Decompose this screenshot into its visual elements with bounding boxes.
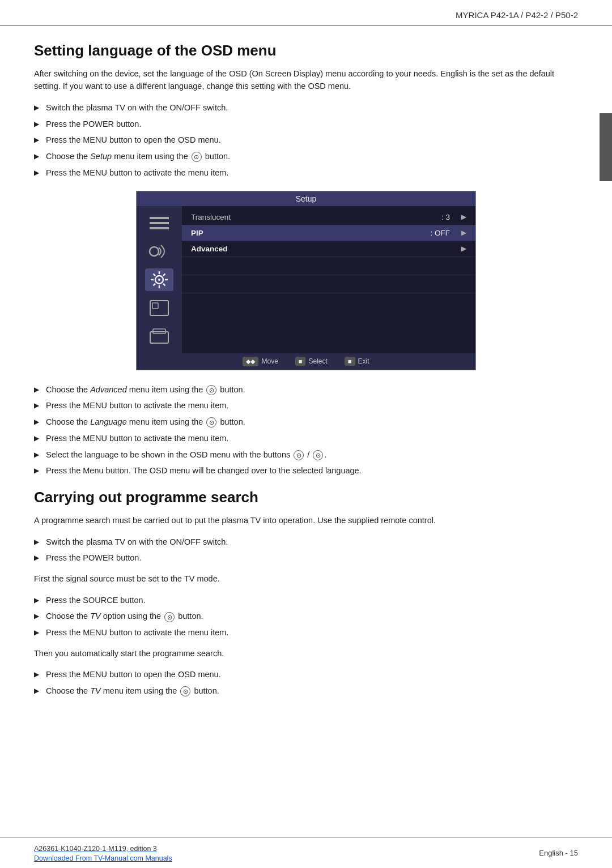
list-item: ▶ Choose the Setup menu item using the ⊙… <box>34 151 578 163</box>
bullet-arrow-icon: ▶ <box>34 417 39 427</box>
bullet-text: Press the Menu button. The OSD menu will… <box>46 465 578 477</box>
list-item: ▶ Select the language to be shown in the… <box>34 449 578 461</box>
list-item: ▶ Choose the Language menu item using th… <box>34 416 578 429</box>
osd-row-empty1 <box>182 257 475 275</box>
move-label: Move <box>261 357 278 365</box>
section2-bullet-list-1: ▶ Switch the plasma TV on with the ON/OF… <box>34 536 578 565</box>
bullet-arrow-icon: ▶ <box>34 151 39 161</box>
section1-intro: After switching on the device, set the l… <box>34 67 578 93</box>
list-item: ▶ Choose the TV option using the ⊙ butto… <box>34 610 578 623</box>
bullet-arrow-icon: ▶ <box>34 168 39 178</box>
bullet-text: Press the MENU button to activate the me… <box>46 167 578 179</box>
page-container: MYRICA P42-1A / P42-2 / P50-2 Setting la… <box>0 0 612 868</box>
bullet-arrow-icon: ▶ <box>34 102 39 113</box>
svg-rect-15 <box>152 303 158 309</box>
list-item: ▶ Press the MENU button to activate the … <box>34 400 578 412</box>
svg-point-5 <box>158 279 160 281</box>
osd-header-bar: Setup <box>137 191 475 206</box>
list-item: ▶ Press the POWER button. <box>34 552 578 565</box>
bullet-text: Press the MENU button to activate the me… <box>46 400 578 412</box>
osd-row-label: PIP <box>191 229 431 237</box>
osd-sidebar <box>137 206 182 353</box>
osd-body: Translucent : 3 ▶ PIP : OFF ▶ Advanced ▶ <box>137 206 475 353</box>
exit-btn-icon: ■ <box>345 357 355 366</box>
list-item: ▶ Switch the plasma TV on with the ON/OF… <box>34 536 578 549</box>
footer-left-text: A26361-K1040-Z120-1-M119, edition 3 Down… <box>34 845 172 862</box>
bullet-arrow-icon: ▶ <box>34 400 39 411</box>
bullet-arrow-icon: ▶ <box>34 433 39 443</box>
osd-row-empty2 <box>182 275 475 293</box>
bullet-arrow-icon: ▶ <box>34 537 39 547</box>
svg-rect-0 <box>150 217 169 219</box>
bullet-arrow-icon: ▶ <box>34 384 39 395</box>
bullet-text: Press the SOURCE button. <box>46 595 578 607</box>
bullet-text: Press the POWER button. <box>46 118 578 131</box>
bullet-arrow-icon: ▶ <box>34 553 39 563</box>
footer-link[interactable]: Downloaded From TV-Manual.com Manuals <box>34 854 172 862</box>
bullet-arrow-icon: ▶ <box>34 450 39 460</box>
section2-heading: Carrying out programme search <box>34 489 578 506</box>
footer-left: A26361-K1040-Z120-1-M119, edition 3 Down… <box>34 843 172 862</box>
osd-row-arrow-icon: ▶ <box>461 229 466 237</box>
bullet-arrow-icon: ▶ <box>34 135 39 145</box>
osd-footer-move: ◆◆ Move <box>243 357 278 366</box>
osd-diagram: Setup <box>136 191 476 370</box>
list-item: ▶ Press the MENU button to open the OSD … <box>34 669 578 681</box>
section2-intro: A programme search must be carried out t… <box>34 514 578 527</box>
list-item: ▶ Choose the TV menu item using the ⊙ bu… <box>34 685 578 698</box>
bullet-text: Press the MENU button to activate the me… <box>46 627 578 639</box>
list-item: ▶ Press the POWER button. <box>34 118 578 131</box>
list-item: ▶ Press the SOURCE button. <box>34 595 578 607</box>
section1-heading: Setting language of the OSD menu <box>34 42 578 59</box>
section2-para2: First the signal source must be set to t… <box>34 572 578 585</box>
bullet-text: Choose the Setup menu item using the ⊙ b… <box>46 151 578 163</box>
osd-row-value: : OFF <box>431 229 450 237</box>
move-btn-icon: ◆◆ <box>243 357 258 366</box>
section2-bullet-list-3: ▶ Press the MENU button to open the OSD … <box>34 669 578 698</box>
page-header: MYRICA P42-1A / P42-2 / P50-2 <box>0 0 612 26</box>
list-item: ▶ Press the MENU button to open the OSD … <box>34 134 578 147</box>
svg-line-13 <box>154 284 156 286</box>
osd-icon-extra <box>145 325 173 348</box>
osd-icon-picture <box>145 297 173 319</box>
osd-footer-exit: ■ Exit <box>345 357 369 366</box>
osd-icon-settings <box>145 268 173 291</box>
bullet-text: Press the MENU button to activate the me… <box>46 433 578 445</box>
bullet-text: Switch the plasma TV on with the ON/OFF … <box>46 102 578 114</box>
osd-icon-audio <box>145 240 173 263</box>
bullet-text: Select the language to be shown in the O… <box>46 449 578 461</box>
bullet-text: Press the POWER button. <box>46 552 578 565</box>
osd-row-arrow-icon: ▶ <box>461 213 466 221</box>
bullet-arrow-icon: ▶ <box>34 611 39 621</box>
svg-line-11 <box>163 284 165 286</box>
list-item: ▶ Switch the plasma TV on with the ON/OF… <box>34 102 578 114</box>
bullet-text: Choose the Language menu item using the … <box>46 416 578 429</box>
svg-rect-1 <box>150 222 169 224</box>
page-footer: A26361-K1040-Z120-1-M119, edition 3 Down… <box>0 837 612 868</box>
list-item: ▶ Press the MENU button to activate the … <box>34 433 578 445</box>
list-item: ▶ Press the MENU button to activate the … <box>34 627 578 639</box>
osd-footer-select: ■ Select <box>295 357 328 366</box>
svg-line-12 <box>163 273 165 276</box>
section2-para3: Then you automatically start the program… <box>34 647 578 660</box>
exit-label: Exit <box>358 357 369 365</box>
footer-doc-id: A26361-K1040-Z120-1-M119, edition 3 <box>34 845 157 853</box>
section1-bullet-list-2: ▶ Choose the Advanced menu item using th… <box>34 384 578 478</box>
osd-row-label: Translucent <box>191 213 441 221</box>
svg-point-3 <box>150 247 159 256</box>
osd-row-arrow-icon: ▶ <box>461 245 466 253</box>
list-item: ▶ Press the Menu button. The OSD menu wi… <box>34 465 578 477</box>
bullet-text: Press the MENU button to open the OSD me… <box>46 134 578 147</box>
bullet-text: Press the MENU button to open the OSD me… <box>46 669 578 681</box>
osd-row-advanced: Advanced ▶ <box>182 241 475 257</box>
osd-row-pip: PIP : OFF ▶ <box>182 225 475 241</box>
header-title: MYRICA P42-1A / P42-2 / P50-2 <box>456 10 578 20</box>
list-item: ▶ Choose the Advanced menu item using th… <box>34 384 578 396</box>
select-label: Select <box>308 357 327 365</box>
footer-right: English - 15 <box>539 849 578 857</box>
bullet-text: Switch the plasma TV on with the ON/OFF … <box>46 536 578 549</box>
select-btn-icon: ■ <box>295 357 306 366</box>
osd-row-translucent: Translucent : 3 ▶ <box>182 209 475 225</box>
bullet-arrow-icon: ▶ <box>34 669 39 679</box>
svg-rect-2 <box>150 227 169 229</box>
